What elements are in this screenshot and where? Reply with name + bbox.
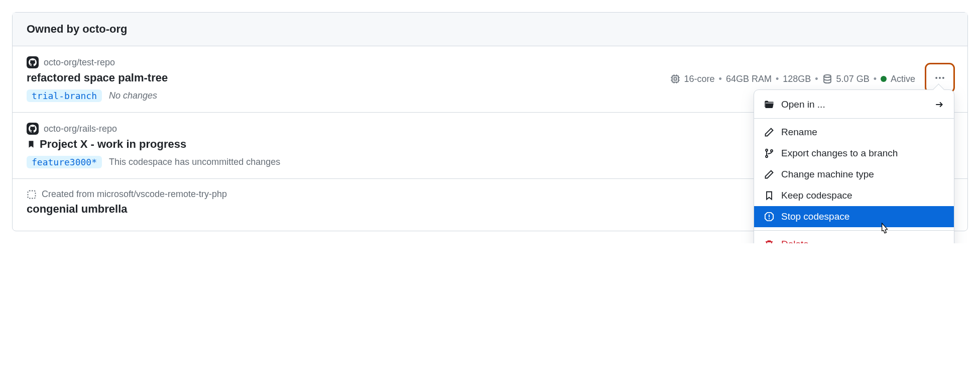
menu-label: Change machine type [781, 169, 874, 180]
created-from: Created from microsoft/vscode-remote-try… [42, 189, 227, 200]
title-line: congenial umbrella [27, 203, 820, 216]
row-right: 16-core • 64GB RAM • 128GB • 5.07 GB • A… [670, 65, 953, 92]
branch-badge[interactable]: feature3000* [27, 156, 102, 168]
svg-rect-1 [674, 78, 676, 80]
changes-note: This codespace has uncommitted changes [109, 157, 280, 167]
bookmark-icon [764, 191, 774, 201]
panel-title: Owned by octo-org [27, 23, 127, 35]
menu-change-machine[interactable]: Change machine type [754, 164, 954, 185]
row-left: octo-org/rails-repo Project X - work in … [27, 123, 815, 168]
separator-dot: • [874, 74, 877, 84]
svg-point-14 [766, 149, 768, 151]
pencil-icon [764, 127, 774, 137]
folder-open-icon [764, 100, 774, 110]
menu-open-in[interactable]: Open in ... [754, 94, 954, 115]
pencil-icon [764, 169, 774, 179]
codespace-title[interactable]: congenial umbrella [27, 203, 128, 216]
status-label: Active [891, 74, 915, 84]
separator-dot: • [719, 74, 722, 84]
menu-separator [754, 118, 954, 119]
repo-line: octo-org/test-repo [27, 56, 670, 68]
changes-note: No changes [109, 90, 157, 101]
spec-cpu: 16-core [684, 74, 715, 84]
menu-separator [754, 230, 954, 231]
menu-export-branch[interactable]: Export changes to a branch [754, 143, 954, 164]
menu-label: Rename [781, 127, 817, 138]
spec-storage: 5.07 GB [836, 74, 870, 84]
menu-label: Export changes to a branch [781, 148, 898, 159]
github-avatar-icon [27, 123, 39, 135]
row-left: Created from microsoft/vscode-remote-try… [27, 189, 820, 221]
menu-label: Stop codespace [781, 211, 849, 222]
codespace-row: octo-org/test-repo refactored space palm… [13, 46, 967, 113]
panel-header: Owned by octo-org [13, 13, 967, 46]
codespace-title[interactable]: refactored space palm-tree [27, 71, 168, 84]
menu-keep-codespace[interactable]: Keep codespace [754, 185, 954, 206]
repo-name[interactable]: octo-org/test-repo [44, 57, 115, 68]
subtitle-line: trial-branch No changes [27, 89, 670, 102]
title-line: refactored space palm-tree [27, 71, 670, 84]
stop-icon [764, 212, 774, 222]
svg-point-15 [766, 155, 768, 157]
menu-stop-codespace[interactable]: Stop codespace [754, 206, 954, 227]
svg-point-19 [769, 218, 770, 219]
svg-rect-30 [28, 191, 36, 198]
row-left: octo-org/test-repo refactored space palm… [27, 56, 670, 102]
repo-name[interactable]: octo-org/rails-repo [44, 124, 117, 134]
separator-dot: • [815, 74, 818, 84]
spec-ram: 64GB RAM [726, 74, 772, 84]
menu-label: Open in ... [781, 99, 825, 110]
repo-line: octo-org/rails-repo [27, 123, 815, 135]
menu-delete[interactable]: Delete [754, 234, 954, 243]
git-branch-icon [764, 148, 774, 158]
database-icon [822, 74, 832, 84]
github-avatar-icon [27, 56, 39, 68]
svg-point-16 [771, 150, 773, 152]
spec-disk: 128GB [783, 74, 811, 84]
branch-badge[interactable]: trial-branch [27, 89, 102, 102]
arrow-right-icon [935, 100, 944, 109]
svg-rect-0 [672, 76, 678, 82]
codespaces-panel: Owned by octo-org octo-org/test-repo ref… [12, 12, 968, 231]
svg-point-13 [942, 77, 944, 79]
menu-label: Delete [781, 239, 809, 243]
repo-line: Created from microsoft/vscode-remote-try… [27, 189, 820, 200]
menu-label: Keep codespace [781, 190, 852, 201]
bookmark-filled-icon [27, 140, 36, 149]
menu-rename[interactable]: Rename [754, 122, 954, 143]
status-dot-icon [881, 76, 887, 82]
separator-dot: • [776, 74, 779, 84]
svg-point-10 [824, 75, 831, 77]
dashed-square-icon [27, 190, 37, 200]
subtitle-line: feature3000* This codespace has uncommit… [27, 156, 815, 168]
trash-icon [764, 239, 774, 243]
cpu-icon [670, 74, 680, 84]
svg-point-11 [935, 77, 937, 79]
codespace-actions-menu: Open in ... Rename Export changes to a b… [754, 89, 954, 243]
codespace-title[interactable]: Project X - work in progress [40, 138, 186, 151]
title-line: Project X - work in progress [27, 138, 815, 151]
svg-point-12 [939, 77, 941, 79]
